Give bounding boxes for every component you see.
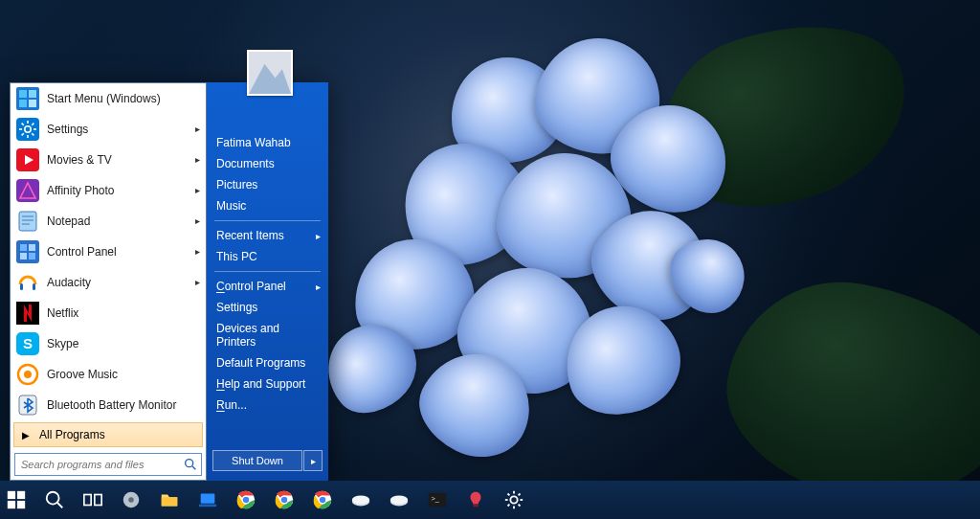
svg-point-69: [510, 496, 517, 503]
shutdown-options-button[interactable]: ▸: [303, 450, 323, 471]
taskbar-app-laptop-icon[interactable]: [195, 487, 220, 512]
shutdown-button[interactable]: Shut Down: [212, 450, 302, 471]
svg-rect-42: [8, 501, 15, 508]
link-settings[interactable]: Settings: [207, 297, 328, 318]
start-menu-app-icon: [16, 87, 39, 110]
settings-gear-icon[interactable]: [501, 487, 526, 512]
app-label: Skype: [47, 337, 78, 350]
link-documents[interactable]: Documents: [207, 153, 328, 174]
search-icon[interactable]: [180, 454, 201, 475]
link-pictures[interactable]: Pictures: [207, 174, 328, 195]
app-netflix[interactable]: Netflix: [11, 298, 206, 328]
file-explorer-icon[interactable]: [157, 487, 182, 512]
svg-rect-52: [199, 505, 216, 508]
svg-rect-4: [29, 90, 36, 98]
app-movies-tv[interactable]: Movies & TV ▸: [11, 145, 206, 175]
app-label: Control Panel: [47, 245, 117, 259]
search-box[interactable]: [14, 453, 202, 476]
app-label: Affinity Photo: [47, 184, 115, 197]
svg-rect-27: [29, 244, 35, 251]
app-bluetooth-battery-monitor[interactable]: Bluetooth Battery Monitor: [11, 390, 206, 420]
app-affinity-photo[interactable]: Affinity Photo ▸: [11, 175, 206, 206]
app-settings[interactable]: Settings ▸: [11, 114, 206, 145]
taskbar-app-icon[interactable]: [463, 487, 488, 512]
svg-rect-31: [33, 283, 35, 290]
svg-marker-0: [249, 64, 291, 94]
svg-line-74: [507, 493, 509, 495]
svg-point-44: [47, 492, 59, 505]
user-picture[interactable]: [247, 50, 293, 96]
all-programs-button[interactable]: ▶ All Programs: [13, 422, 203, 447]
audacity-icon: [16, 271, 39, 294]
task-view-icon[interactable]: [80, 487, 105, 512]
svg-rect-6: [29, 100, 36, 107]
search-container: [11, 449, 206, 480]
app-label: Netflix: [47, 306, 78, 320]
svg-line-45: [57, 503, 63, 508]
taskbar-app-icon[interactable]: [348, 487, 373, 512]
chrome-icon[interactable]: [272, 487, 297, 512]
groove-music-icon: [16, 363, 39, 386]
link-control-panel[interactable]: CControl Panelontrol Panel: [207, 276, 328, 297]
svg-rect-46: [84, 495, 91, 506]
user-name[interactable]: Fatima Wahab: [207, 132, 328, 153]
start-button[interactable]: [4, 487, 29, 512]
movies-icon: [16, 148, 39, 171]
svg-rect-41: [17, 491, 25, 499]
svg-line-75: [519, 505, 521, 507]
control-panel-icon: [16, 240, 39, 263]
terminal-icon[interactable]: >_: [425, 487, 450, 512]
app-notepad[interactable]: Notepad ▸: [11, 206, 206, 237]
link-help-support[interactable]: HHelp and Supportelp and Support: [207, 373, 328, 395]
link-run[interactable]: RRun...un...: [207, 395, 328, 416]
app-label: Settings: [47, 123, 88, 136]
svg-rect-28: [20, 253, 27, 260]
link-devices-printers[interactable]: Devices and Printers: [207, 318, 328, 352]
svg-point-63: [352, 495, 369, 504]
skype-icon: S: [16, 332, 39, 355]
svg-point-36: [24, 371, 32, 378]
app-control-panel[interactable]: Control Panel ▸: [11, 237, 206, 267]
link-default-programs[interactable]: Default Programs: [207, 352, 328, 373]
svg-rect-40: [8, 491, 15, 499]
svg-rect-21: [19, 212, 36, 231]
app-label: Movies & TV: [47, 153, 112, 167]
svg-rect-43: [17, 501, 25, 508]
taskbar-app-icon[interactable]: [387, 487, 412, 512]
link-music[interactable]: Music: [207, 195, 328, 216]
taskbar-app-disc-icon[interactable]: [119, 487, 144, 512]
svg-point-38: [186, 460, 193, 467]
affinity-photo-icon: [16, 179, 39, 202]
bluetooth-icon: [16, 394, 39, 417]
svg-rect-5: [19, 100, 27, 107]
chrome-icon[interactable]: [234, 487, 258, 512]
svg-line-77: [519, 493, 521, 495]
link-this-pc[interactable]: This PC: [207, 246, 328, 267]
chevron-right-icon: ▸: [195, 124, 200, 134]
start-menu-left-pane: Start Menu (Windows) Settings ▸ Movies &…: [10, 82, 207, 481]
svg-rect-26: [20, 244, 27, 251]
svg-text:>_: >_: [432, 494, 440, 503]
svg-point-65: [390, 495, 408, 504]
chrome-icon[interactable]: [310, 487, 335, 512]
app-groove-music[interactable]: Groove Music: [11, 359, 206, 390]
svg-rect-30: [20, 283, 23, 290]
gear-icon: [16, 118, 39, 141]
app-start-menu-windows[interactable]: Start Menu (Windows): [11, 83, 206, 114]
chevron-right-icon: ▸: [195, 246, 200, 257]
chevron-right-icon: ▸: [195, 185, 200, 195]
chevron-right-icon: ▸: [195, 277, 200, 287]
link-recent-items[interactable]: Recent Items: [207, 225, 328, 246]
divider: [214, 220, 321, 221]
app-audacity[interactable]: Audacity ▸: [11, 267, 206, 298]
shutdown-row: Shut Down ▸: [207, 446, 328, 475]
search-input[interactable]: [15, 459, 180, 470]
search-icon[interactable]: [42, 487, 67, 512]
app-skype[interactable]: S Skype: [11, 328, 206, 359]
notepad-icon: [16, 210, 39, 233]
netflix-icon: [16, 302, 39, 325]
chevron-right-icon: ▸: [195, 215, 200, 226]
app-label: Notepad: [47, 214, 90, 228]
all-programs-label: All Programs: [39, 428, 105, 441]
svg-rect-50: [162, 497, 178, 506]
